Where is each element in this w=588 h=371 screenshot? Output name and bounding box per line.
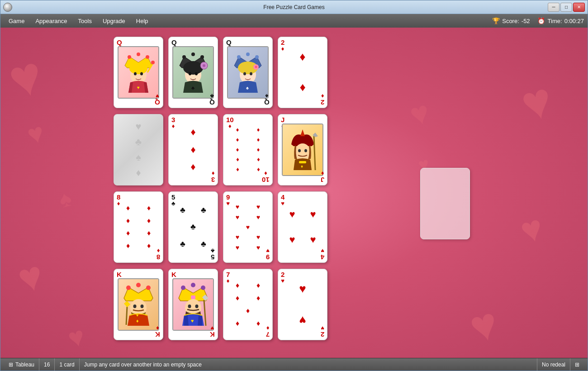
svg-point-6 [134, 72, 137, 76]
maximize-button[interactable]: □ [560, 3, 572, 12]
svg-marker-51 [124, 301, 130, 307]
card-rank: 9 [226, 194, 230, 200]
svg-point-20 [203, 64, 205, 67]
card-rank: 7 [226, 271, 230, 278]
card-9-hearts[interactable]: 9 ♥ ♥ ♥ ♥ ♥ ♥ ♥ ♥ ♥ ♥ 9 ♥ [223, 191, 273, 263]
card-suit-br: ♦ [266, 325, 270, 331]
empty-card-slot[interactable] [420, 168, 470, 239]
card-rank: Q [171, 39, 177, 46]
card-suit-br: ♦ [212, 171, 215, 176]
card-rank: 8 [117, 194, 120, 200]
svg-point-14 [200, 55, 204, 59]
card-art: ♣ [172, 46, 214, 99]
bg-heart-2: ♥ [24, 117, 47, 151]
svg-text:♣: ♣ [191, 85, 194, 90]
svg-point-9 [151, 61, 155, 64]
svg-point-57 [201, 285, 205, 290]
menu-appearance[interactable]: Appearance [31, 16, 71, 26]
pip-bottom: ♦ [190, 162, 195, 173]
menu-tools[interactable]: Tools [74, 16, 96, 26]
status-instruction-text: Jump any card over another into an empty… [84, 361, 202, 368]
menu-help[interactable]: Help [132, 16, 153, 26]
card-queen-hearts[interactable]: Q ♥ [114, 37, 163, 108]
card-2-diamonds[interactable]: 2 ♦ ♦ ♦ 2 ♦ [278, 37, 327, 108]
card-5-clubs[interactable]: 5 ♣ ♣ ♣ ♣ ♣ ♣ 5 ♣ [168, 191, 218, 263]
svg-point-25 [255, 55, 259, 59]
svg-point-23 [237, 55, 241, 59]
svg-point-49 [141, 304, 144, 308]
menu-game[interactable]: Game [4, 16, 29, 26]
pips-10: ♦ ♦ ♦ ♦ ♦ ♦ ♦ ♦ ♦ ♦ [227, 124, 269, 175]
bg-heart-10: ♥ [406, 94, 434, 133]
svg-point-13 [191, 52, 195, 56]
queen-clubs-illustration: ♣ [173, 47, 213, 98]
svg-text:♦: ♦ [136, 318, 139, 323]
score-label: Score: [502, 18, 519, 24]
svg-point-34 [295, 143, 310, 161]
svg-point-3 [146, 55, 149, 59]
card-rank-br: K [210, 331, 215, 338]
bg-heart-6: ♥ [516, 206, 547, 252]
menu-upgrade[interactable]: Upgrade [98, 16, 130, 26]
bg-heart-4: ♠ [56, 185, 75, 214]
king-diamonds-illustration: ♦ ♥ [119, 279, 158, 330]
card-rank: J [281, 116, 285, 123]
card-back-design: ♥ ♣ ♠ ♦ [135, 121, 142, 179]
card-10-diamonds[interactable]: 10 ♦ ♦ ♦ ♦ ♦ ♦ ♦ ♦ ♦ ♦ ♦ 10 ♦ [223, 114, 273, 186]
card-rank: K [117, 271, 122, 278]
score-value: -52 [522, 18, 530, 24]
card-rank: Q [117, 39, 122, 46]
card-rank-br: Q [264, 99, 270, 106]
card-3-diamonds[interactable]: 3 ♦ ♦ ♦ ♦ 3 ♦ [168, 114, 218, 186]
score-icon: 🏆 [492, 17, 500, 25]
svg-point-5 [129, 63, 147, 74]
menu-bar: Game Appearance Tools Upgrade Help 🏆 Sco… [0, 14, 588, 28]
svg-point-29 [250, 72, 252, 76]
svg-line-50 [126, 307, 127, 325]
svg-point-1 [128, 55, 131, 59]
status-instruction: Jump any card over another into an empty… [80, 358, 537, 371]
app-window: Free Puzzle Card Games ─ □ ✕ Game Appear… [0, 0, 588, 371]
pips-7: ♦ ♦ ♦ ♦ ♦ ♦ ♦ [227, 279, 269, 330]
card-4-hearts[interactable]: 4 ♥ ♥ ♥ ♥ ♥ 4 ♥ [278, 191, 327, 263]
svg-point-55 [181, 285, 185, 290]
card-2-hearts[interactable]: 2 ♥ ♥ ♥ 2 ♥ [278, 269, 327, 340]
jack-diamonds-illustration: ♦ [283, 124, 322, 175]
card-king-diamonds[interactable]: K ♦ [114, 269, 163, 340]
card-rank-br: J [321, 176, 324, 183]
svg-point-24 [246, 52, 250, 56]
status-redeal: No redeal [537, 358, 570, 371]
pip-mid: ♦ [190, 144, 195, 156]
card-queen-clubs[interactable]: Q ♣ [168, 37, 218, 108]
close-button[interactable]: ✕ [573, 3, 585, 12]
card-7-diamonds[interactable]: 7 ♦ ♦ ♦ ♦ ♦ ♦ ♦ ♦ 7 ♦ [223, 269, 273, 340]
status-grid-button[interactable]: ⊞ [570, 358, 584, 371]
card-jack-diamonds[interactable]: J ♦ [278, 114, 327, 186]
card-king-hearts[interactable]: K ♥ [168, 269, 218, 340]
card-suit-br: ♣ [210, 93, 214, 99]
svg-point-44 [146, 285, 151, 290]
pip-top: ♦ [299, 50, 305, 64]
svg-rect-58 [191, 295, 195, 299]
card-table: Q ♥ [114, 37, 330, 343]
card-rank-br: 2 [321, 331, 324, 338]
card-rank: Q [226, 39, 232, 46]
svg-point-7 [140, 72, 143, 76]
pips-9: ♥ ♥ ♥ ♥ ♥ ♥ ♥ ♥ ♥ [227, 202, 269, 252]
card-suit-br: ♣ [211, 248, 215, 254]
card-queen-spades[interactable]: Q ♠ [223, 37, 273, 108]
minimize-button[interactable]: ─ [548, 3, 560, 12]
svg-point-42 [126, 285, 131, 290]
card-back[interactable]: ♥ ♣ ♠ ♦ [114, 114, 163, 186]
time-value: 0:00:27 [564, 18, 584, 24]
card-suit-br: ♦ [157, 248, 160, 254]
card-rank-br: 2 [321, 99, 324, 106]
status-type: ⊞ Tableau [4, 358, 39, 371]
svg-point-56 [191, 283, 195, 287]
status-rule-value: 1 card [59, 361, 74, 368]
card-8-diamonds[interactable]: 8 ♦ ♦ ♦ ♦ ♦ ♦ ♦ ♦ ♦ 8 ♦ [114, 191, 163, 263]
card-suit-br: ♥ [266, 248, 270, 254]
card-rank-br: K [155, 331, 160, 338]
pips-5: ♣ ♣ ♣ ♣ ♣ [172, 202, 214, 252]
svg-point-37 [304, 149, 307, 152]
